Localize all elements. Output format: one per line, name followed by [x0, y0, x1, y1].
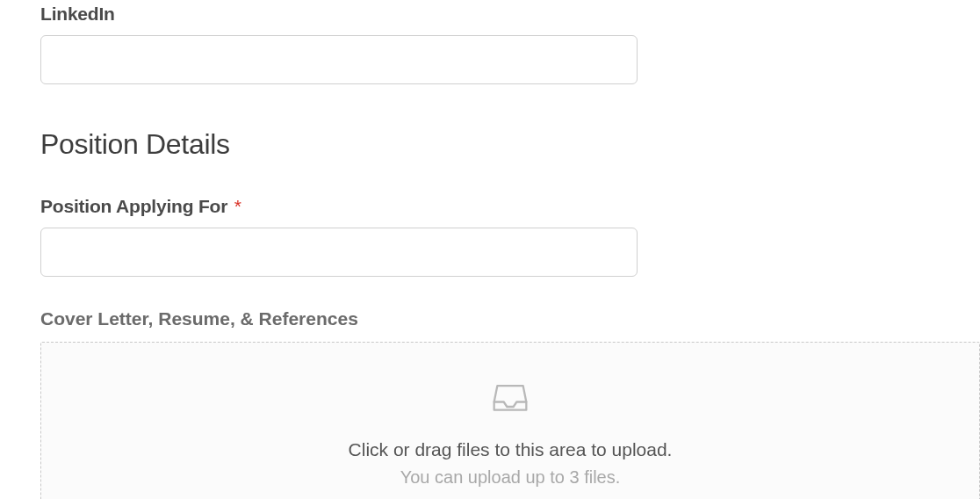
position-details-heading: Position Details [40, 128, 980, 161]
required-asterisk: * [234, 196, 241, 216]
position-applying-label-text: Position Applying For [40, 196, 227, 216]
linkedin-input[interactable] [40, 35, 638, 84]
inbox-icon [491, 378, 530, 420]
upload-primary-text: Click or drag files to this area to uplo… [349, 439, 673, 460]
linkedin-label: LinkedIn [40, 4, 980, 25]
upload-secondary-text: You can upload up to 3 files. [400, 467, 621, 488]
upload-label: Cover Letter, Resume, & References [40, 308, 980, 329]
position-applying-input[interactable] [40, 228, 638, 277]
position-applying-label: Position Applying For * [40, 196, 980, 217]
file-upload-dropzone[interactable]: Click or drag files to this area to uplo… [40, 342, 980, 499]
